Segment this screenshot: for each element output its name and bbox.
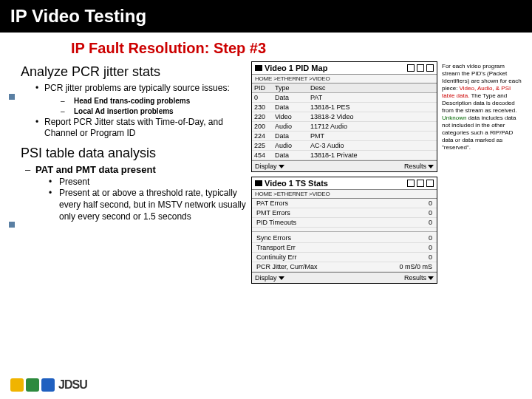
ts-stats-panel: Video 1 TS Stats HOME >ETHERNET >VIDEO P… bbox=[251, 177, 437, 284]
table-row: 454Data13818-1 Private bbox=[252, 151, 437, 160]
pid-table: PIDTypeDesc 0DataPAT 230Data13818-1 PES … bbox=[252, 83, 437, 160]
col-type: Type bbox=[273, 83, 308, 93]
tool-icon[interactable] bbox=[407, 180, 415, 187]
tool-icon[interactable] bbox=[426, 180, 434, 187]
breadcrumb: HOME >ETHERNET >VIDEO bbox=[252, 190, 437, 199]
bullet-item: Present bbox=[7, 177, 251, 188]
dash-item: PAT and PMT data present bbox=[7, 164, 251, 175]
stats-list: PAT Errors0 PMT Errors0 PID Timeouts0 Sy… bbox=[252, 199, 437, 272]
stat-row: PCR Jitter, Curr/Max0 mS/0 mS bbox=[252, 262, 437, 272]
tool-icon[interactable] bbox=[417, 180, 424, 187]
content-area: Analyze PCR jitter stats PCR jitter prob… bbox=[0, 61, 532, 284]
stat-row: Sync Errors0 bbox=[252, 233, 437, 243]
center-column: Video 1 PID Map HOME >ETHERNET >VIDEO PI… bbox=[251, 61, 437, 284]
page-title: IP Video Testing bbox=[1, 6, 146, 26]
col-pid: PID bbox=[252, 83, 273, 93]
left-column: Analyze PCR jitter stats PCR jitter prob… bbox=[7, 61, 251, 284]
stat-row: PMT Errors0 bbox=[252, 208, 437, 218]
panel-title: Video 1 TS Stats bbox=[265, 179, 405, 188]
results-menu[interactable]: Results bbox=[404, 163, 434, 170]
chevron-down-icon bbox=[428, 165, 434, 168]
stat-row: Transport Err0 bbox=[252, 243, 437, 253]
bullet-square-icon bbox=[9, 222, 15, 228]
chevron-down-icon bbox=[428, 276, 434, 280]
chevron-down-icon bbox=[279, 276, 284, 280]
panel-title: Video 1 PID Map bbox=[265, 64, 405, 72]
subtitle: IP Fault Resolution: Step #3 bbox=[0, 33, 532, 61]
section2-heading: PSI table data analysis bbox=[7, 141, 251, 164]
logo-text: JDSU bbox=[58, 378, 87, 392]
logo: JDSU bbox=[10, 378, 87, 392]
chevron-down-icon bbox=[279, 165, 284, 168]
display-menu[interactable]: Display bbox=[255, 163, 284, 170]
sub-bullet-item: Local Ad insertion problems bbox=[7, 106, 251, 116]
tool-icon[interactable] bbox=[426, 64, 434, 72]
camera-icon bbox=[255, 180, 262, 186]
table-row: 200Audio11712 Audio bbox=[252, 122, 437, 132]
stat-row: PID Timeouts0 bbox=[252, 218, 437, 228]
panel-footer: Display Results bbox=[252, 272, 437, 283]
logo-swatch-icon bbox=[26, 378, 39, 392]
col-desc: Desc bbox=[308, 83, 437, 93]
logo-swatch-icon bbox=[41, 378, 55, 392]
table-row: 225AudioAC-3 Audio bbox=[252, 141, 437, 151]
panel-footer: Display Results bbox=[252, 160, 437, 171]
bullet-item: PCR jitter problems are typically source… bbox=[7, 83, 251, 95]
tool-icon[interactable] bbox=[407, 64, 415, 72]
panel-header: Video 1 PID Map bbox=[252, 62, 437, 75]
stat-row: PAT Errors0 bbox=[252, 199, 437, 208]
bullet-item: Report PCR Jitter stats with Time-of-Day… bbox=[7, 117, 251, 140]
section1-heading: Analyze PCR jitter stats bbox=[7, 61, 251, 83]
camera-icon bbox=[255, 65, 262, 71]
sub-bullet-item: Head End trans-coding problems bbox=[7, 96, 251, 106]
bullet-item: Present at or above a threshold rate, ty… bbox=[7, 188, 251, 222]
table-row: 220Video13818-2 Video bbox=[252, 112, 437, 122]
stat-row: Continuity Err0 bbox=[252, 253, 437, 262]
table-row: 0DataPAT bbox=[252, 93, 437, 103]
sidenote: For each video program stream the PID's … bbox=[437, 61, 525, 284]
display-menu[interactable]: Display bbox=[255, 274, 284, 282]
tool-icon[interactable] bbox=[417, 64, 424, 72]
panel-header: Video 1 TS Stats bbox=[252, 177, 437, 190]
results-menu[interactable]: Results bbox=[404, 274, 434, 282]
logo-swatch-icon bbox=[10, 378, 24, 392]
breadcrumb: HOME >ETHERNET >VIDEO bbox=[252, 75, 437, 83]
divider bbox=[252, 228, 437, 232]
table-row: 230Data13818-1 PES bbox=[252, 103, 437, 112]
table-row: 224DataPMT bbox=[252, 132, 437, 141]
pid-map-panel: Video 1 PID Map HOME >ETHERNET >VIDEO PI… bbox=[251, 61, 437, 172]
sidenote-highlight: Unknown bbox=[442, 115, 466, 121]
title-bar: IP Video Testing bbox=[0, 0, 532, 33]
